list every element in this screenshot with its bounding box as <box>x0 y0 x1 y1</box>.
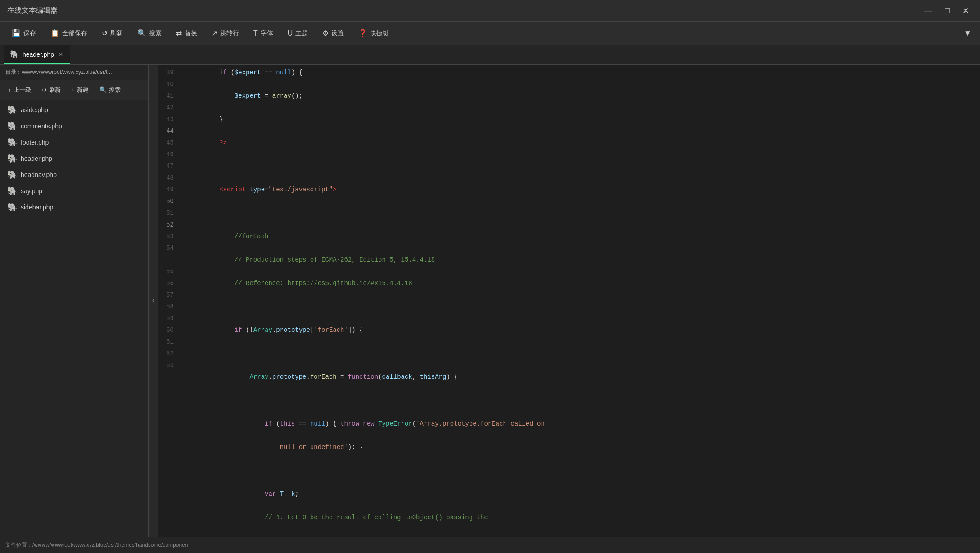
sidebar-refresh-icon: ↺ <box>42 86 47 93</box>
file-name: aside.php <box>21 106 48 113</box>
save-button[interactable]: 💾 保存 <box>5 26 42 40</box>
code-line: $expert = array(); <box>189 90 980 102</box>
code-line: null or undefined'); } <box>189 441 980 453</box>
code-line: // Production steps of ECMA-262, Edition… <box>189 254 980 266</box>
code-line <box>189 348 980 359</box>
tab-close-button[interactable]: ✕ <box>58 50 64 59</box>
list-item[interactable]: 🐘 aside.php <box>0 102 148 118</box>
up-icon: ↑ <box>8 86 11 93</box>
save-all-icon: 📋 <box>50 29 59 37</box>
file-list: 🐘 aside.php 🐘 comments.php 🐘 footer.php … <box>0 100 148 537</box>
sidebar-toolbar: ↑ 上一级 ↺ 刷新 + 新建 🔍 搜索 <box>0 80 148 100</box>
replace-button[interactable]: ⇄ 替换 <box>170 26 203 40</box>
list-item[interactable]: 🐘 footer.php <box>0 134 148 150</box>
list-item[interactable]: 🐘 say.php <box>0 183 148 199</box>
file-name: comments.php <box>21 122 62 130</box>
code-line: var T, k; <box>189 488 980 500</box>
status-text: 文件位置：/wwww/wwwroot/www.xyz.blue/usr/them… <box>5 541 188 549</box>
file-name: header.php <box>21 155 52 162</box>
code-line <box>189 394 980 406</box>
theme-button[interactable]: U 主题 <box>281 27 315 40</box>
line-numbers: 39 40 41 42 43 44 45 46 47 48 49 50 51 5… <box>158 65 183 537</box>
php-file-icon: 🐘 <box>7 137 17 147</box>
sidebar-refresh-button[interactable]: ↺ 刷新 <box>37 84 65 96</box>
status-bar: 文件位置：/wwww/wwwroot/www.xyz.blue/usr/them… <box>0 537 980 553</box>
code-line: <script type="text/javascript"> <box>189 184 980 195</box>
code-line: if (this == null) { throw new TypeError(… <box>189 418 980 430</box>
window-controls: — □ ✕ <box>921 4 973 18</box>
minimize-button[interactable]: — <box>921 4 936 18</box>
up-level-button[interactable]: ↑ 上一级 <box>4 84 36 96</box>
php-file-icon: 🐘 <box>7 105 17 115</box>
search-icon: 🔍 <box>137 29 146 37</box>
title-bar: 在线文本编辑器 — □ ✕ <box>0 0 980 22</box>
code-line <box>189 465 980 476</box>
sidebar-search-button[interactable]: 🔍 搜索 <box>95 84 125 96</box>
file-name: say.php <box>21 187 42 195</box>
php-file-icon: 🐘 <box>7 121 17 131</box>
shortcuts-button[interactable]: ❓ 快捷键 <box>352 26 395 40</box>
file-tab[interactable]: 🐘 header.php ✕ <box>4 45 70 64</box>
app-title: 在线文本编辑器 <box>7 6 58 15</box>
maximize-button[interactable]: □ <box>941 4 953 18</box>
goto-icon: ↗ <box>212 29 217 37</box>
sidebar: 目录：/wwww/wwwroot/www.xyz.blue/usr/t... ↑… <box>0 65 149 537</box>
php-icon: 🐘 <box>10 50 19 59</box>
list-item[interactable]: 🐘 comments.php <box>0 118 148 134</box>
new-file-button[interactable]: + 新建 <box>67 84 94 96</box>
code-line <box>189 301 980 313</box>
code-editor[interactable]: 39 40 41 42 43 44 45 46 47 48 49 50 51 5… <box>158 65 980 537</box>
php-file-icon: 🐘 <box>7 170 17 180</box>
list-item[interactable]: 🐘 sidebar.php <box>0 199 148 215</box>
code-line: // Reference: https://es5.github.io/#x15… <box>189 277 980 289</box>
sidebar-collapse-button[interactable]: ‹ <box>149 65 158 537</box>
code-area[interactable]: 39 40 41 42 43 44 45 46 47 48 49 50 51 5… <box>158 65 980 537</box>
font-icon: T <box>253 29 258 37</box>
replace-icon: ⇄ <box>176 29 182 37</box>
list-item[interactable]: 🐘 headnav.php <box>0 167 148 183</box>
php-file-icon: 🐘 <box>7 154 17 163</box>
code-line: // 1. Let O be the result of calling toO… <box>189 512 980 523</box>
settings-button[interactable]: ⚙ 设置 <box>316 26 350 40</box>
file-name: headnav.php <box>21 171 57 178</box>
code-line: Array.prototype.forEach = function(callb… <box>189 371 980 383</box>
code-line: } <box>189 113 980 125</box>
file-name: sidebar.php <box>21 204 53 211</box>
sidebar-search-icon: 🔍 <box>99 86 107 93</box>
settings-icon: ⚙ <box>322 29 329 37</box>
code-line: // |this| value as the argument. <box>189 535 980 537</box>
toolbar: 💾 保存 📋 全部保存 ↺ 刷新 🔍 搜索 ⇄ 替换 ↗ 跳转行 T 字体 U … <box>0 22 980 45</box>
code-line: if ($expert == null) { <box>189 67 980 78</box>
tab-bar: 🐘 header.php ✕ <box>0 45 980 65</box>
toolbar-expand-button[interactable]: ▼ <box>961 26 975 41</box>
code-content[interactable]: if ($expert == null) { $expert = array()… <box>183 65 980 537</box>
new-icon: + <box>72 86 75 93</box>
breadcrumb: 目录：/wwww/wwwroot/www.xyz.blue/usr/t... <box>0 65 148 80</box>
refresh-icon: ↺ <box>102 29 108 37</box>
font-button[interactable]: T 字体 <box>247 27 280 40</box>
php-file-icon: 🐘 <box>7 202 17 212</box>
goto-button[interactable]: ↗ 跳转行 <box>205 26 245 40</box>
code-line <box>189 160 980 172</box>
code-line: if (!Array.prototype['forEach']) { <box>189 324 980 336</box>
shortcuts-icon: ❓ <box>358 29 367 37</box>
main-layout: 目录：/wwww/wwwroot/www.xyz.blue/usr/t... ↑… <box>0 65 980 537</box>
close-button[interactable]: ✕ <box>959 4 973 18</box>
php-file-icon: 🐘 <box>7 186 17 196</box>
code-line: //forEach <box>189 231 980 242</box>
refresh-button[interactable]: ↺ 刷新 <box>95 26 129 40</box>
save-all-button[interactable]: 📋 全部保存 <box>44 26 94 40</box>
file-name: footer.php <box>21 139 49 146</box>
list-item[interactable]: 🐘 header.php <box>0 150 148 167</box>
search-button[interactable]: 🔍 搜索 <box>131 26 168 40</box>
code-line: ?> <box>189 137 980 149</box>
tab-label: header.php <box>23 51 54 58</box>
save-icon: 💾 <box>12 29 21 37</box>
theme-icon: U <box>288 29 293 37</box>
code-line <box>189 207 980 219</box>
